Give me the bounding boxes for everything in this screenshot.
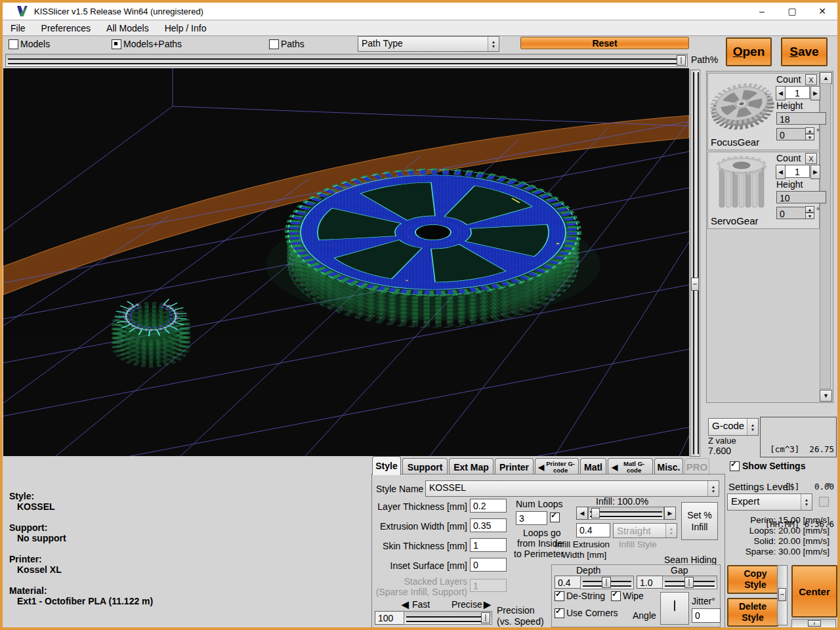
spinner-icon[interactable]: ▲▼ bbox=[707, 481, 719, 496]
rotation-spinner[interactable]: ▲▼ bbox=[805, 127, 814, 140]
save-button[interactable]: Save bbox=[781, 37, 828, 66]
count-label: Count bbox=[776, 74, 801, 85]
model-list-scroll-down[interactable]: ▼ bbox=[820, 390, 832, 402]
tab-style[interactable]: Style bbox=[372, 456, 401, 475]
layer-z-slider[interactable] bbox=[690, 70, 700, 457]
rotation-field[interactable]: 0 bbox=[776, 128, 808, 140]
count-decrement-button[interactable]: ◀ bbox=[776, 165, 786, 179]
tab-printer[interactable]: Printer bbox=[495, 458, 534, 475]
infill-slider-left[interactable]: ◀ bbox=[576, 507, 588, 520]
height-field[interactable]: 18 bbox=[776, 112, 826, 125]
seam-gap-slider[interactable] bbox=[662, 576, 717, 589]
extrusion-width-field[interactable]: 0.35 bbox=[470, 518, 507, 532]
num-loops-field[interactable]: 3 bbox=[516, 511, 547, 525]
wipe-checkbox[interactable]: ✓ bbox=[611, 591, 621, 601]
remove-model-button[interactable]: X bbox=[805, 153, 817, 164]
style-scroll-slider[interactable] bbox=[777, 565, 788, 625]
set-infill-button[interactable]: Set % Infill bbox=[681, 502, 718, 540]
copy-style-button[interactable]: Copy Style bbox=[727, 565, 784, 594]
num-loops-label: Num Loops bbox=[516, 499, 563, 509]
gcode-mode-dropdown[interactable]: G-code ▲▼ bbox=[708, 418, 759, 436]
seam-depth-slider[interactable] bbox=[580, 576, 634, 589]
path-percent-slider-handle[interactable] bbox=[677, 55, 686, 66]
center-nudge-handle[interactable] bbox=[808, 620, 821, 627]
count-field[interactable]: 1 bbox=[785, 86, 810, 99]
precision-label-1: Precision bbox=[497, 605, 535, 616]
infill-slider[interactable]: ◀ ▶ bbox=[576, 507, 676, 520]
open-button[interactable]: Open bbox=[726, 37, 772, 66]
skin-thickness-field[interactable]: 1 bbox=[470, 538, 507, 552]
settings-lock-checkbox[interactable] bbox=[819, 497, 829, 507]
minimize-button[interactable]: – bbox=[747, 3, 777, 20]
use-corners-checkbox[interactable]: ✓ bbox=[555, 608, 564, 618]
spinner-icon[interactable]: ▲▼ bbox=[801, 494, 812, 510]
center-nudge-slider[interactable] bbox=[791, 619, 836, 628]
panel-resize-icon[interactable]: ▼ bbox=[824, 480, 832, 490]
settings-level-dropdown[interactable]: Expert ▲▼ bbox=[727, 494, 812, 511]
arrow-left-icon: ◀ bbox=[538, 463, 544, 472]
inset-surface-field[interactable]: 0 bbox=[470, 558, 507, 572]
models-paths-radio[interactable] bbox=[112, 39, 121, 49]
small-gear-model bbox=[115, 299, 186, 365]
close-button[interactable]: ✕ bbox=[807, 3, 837, 20]
tab-printer-gcode[interactable]: ◀ Printer G-code bbox=[535, 458, 579, 475]
tab-matl-gcode[interactable]: ◀ Matl G-code bbox=[608, 458, 653, 475]
style-label: Style: bbox=[9, 491, 34, 501]
destring-checkbox[interactable]: ✓ bbox=[555, 591, 564, 601]
remove-model-button[interactable]: X bbox=[805, 74, 817, 85]
layer-z-slider-handle[interactable] bbox=[691, 278, 699, 291]
tab-matl[interactable]: Matl bbox=[580, 458, 606, 475]
model-item-servogear[interactable]: Count X ◀ 1 ▶ Height 10 0 ▲▼ ° ServoGear bbox=[707, 152, 820, 229]
precision-slider[interactable] bbox=[404, 611, 492, 625]
menu-preferences[interactable]: Preferences bbox=[33, 23, 98, 33]
infill-style-label: Infill Style bbox=[619, 539, 657, 549]
paths-checkbox[interactable] bbox=[269, 39, 279, 49]
menu-file[interactable]: File bbox=[3, 23, 33, 33]
delete-style-button[interactable]: Delete Style bbox=[727, 598, 778, 627]
style-name-dropdown[interactable]: KOSSEL ▲▼ bbox=[425, 480, 719, 497]
path-percent-slider[interactable] bbox=[5, 54, 688, 67]
menu-all-models[interactable]: All Models bbox=[98, 23, 157, 33]
speed-summary: Perim: 15.00 [mm/s] Loops: 20.00 [mm/s] … bbox=[727, 515, 830, 557]
path-type-dropdown[interactable]: Path Type ▲▼ bbox=[358, 36, 499, 52]
model-thumbnail-servogear bbox=[709, 155, 774, 217]
height-field[interactable]: 10 bbox=[776, 191, 826, 203]
tab-misc[interactable]: Misc. bbox=[654, 458, 683, 475]
rotation-spinner[interactable]: ▲▼ bbox=[805, 206, 814, 219]
spinner-icon[interactable]: ▲▼ bbox=[747, 419, 758, 435]
infill-slider-handle[interactable] bbox=[591, 508, 600, 518]
model-list-scroll-up[interactable]: ▲ bbox=[820, 72, 832, 84]
count-decrement-button[interactable]: ◀ bbox=[776, 86, 786, 100]
reset-button[interactable]: Reset bbox=[520, 37, 689, 49]
infill-slider-right[interactable]: ▶ bbox=[664, 507, 676, 520]
loops-direction-checkbox[interactable]: ✓ bbox=[550, 513, 560, 522]
style-scroll-handle[interactable] bbox=[778, 588, 786, 601]
tab-pro[interactable]: PRO bbox=[684, 458, 709, 475]
seam-gap-slider-handle[interactable] bbox=[684, 577, 694, 588]
seam-angle-dial[interactable] bbox=[660, 592, 689, 625]
center-button[interactable]: Center bbox=[791, 565, 837, 618]
jitter-field[interactable]: 0 bbox=[692, 608, 721, 623]
count-increment-button[interactable]: ▶ bbox=[810, 165, 820, 179]
menu-help-info[interactable]: Help / Info bbox=[157, 23, 215, 33]
count-increment-button[interactable]: ▶ bbox=[810, 86, 820, 100]
rotation-field[interactable]: 0 bbox=[776, 207, 808, 219]
print-stats: [cm^3] 26.75 [$] 0.00 [HH:MM] 6:36.6 bbox=[760, 417, 837, 457]
count-field[interactable]: 1 bbox=[785, 165, 810, 178]
maximize-button[interactable]: ▢ bbox=[777, 3, 807, 20]
models-checkbox[interactable] bbox=[9, 39, 18, 49]
tab-ext-map[interactable]: Ext Map bbox=[449, 458, 494, 475]
infill-extrusion-field[interactable]: 0.4 bbox=[576, 523, 610, 537]
seam-depth-slider-handle[interactable] bbox=[602, 577, 611, 588]
show-settings-checkbox[interactable]: ✓ bbox=[730, 461, 740, 471]
tab-support[interactable]: Support bbox=[402, 458, 448, 475]
precision-slider-handle[interactable] bbox=[481, 612, 490, 623]
spinner-icon[interactable]: ▲▼ bbox=[488, 37, 499, 51]
inset-surface-label: Inset Surface [mm] bbox=[370, 560, 467, 571]
count-label: Count bbox=[776, 153, 801, 163]
model-list-scrollbar[interactable] bbox=[820, 83, 831, 389]
viewport-3d[interactable] bbox=[3, 68, 689, 456]
layer-thickness-label: Layer Thickness [mm] bbox=[370, 501, 467, 512]
model-item-focusgear[interactable]: Count X ◀ 1 ▶ Height 18 0 ▲▼ ° FocusGear bbox=[707, 73, 820, 150]
layer-thickness-field[interactable]: 0.2 bbox=[470, 499, 507, 513]
